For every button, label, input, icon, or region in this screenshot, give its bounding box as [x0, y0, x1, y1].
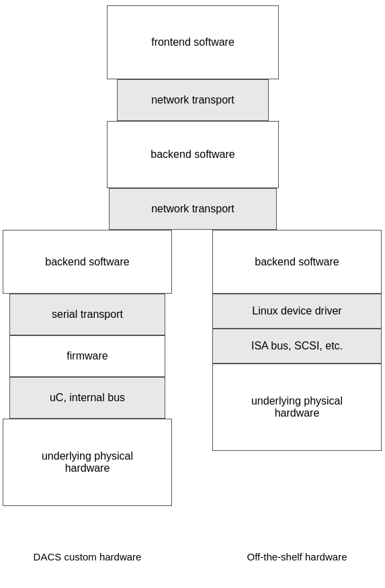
backend-right-box: backend software: [212, 230, 382, 294]
backend-left-label: backend software: [45, 256, 129, 268]
phys-hardware-left-box: underlying physical hardware: [3, 419, 172, 506]
linux-driver-label: Linux device driver: [252, 305, 341, 317]
backend-left-box: backend software: [3, 230, 172, 294]
network-transport-1-box: network transport: [117, 79, 269, 121]
backend-center-label: backend software: [151, 149, 234, 161]
network-transport-2-box: network transport: [109, 188, 277, 230]
network-transport-2-label: network transport: [151, 203, 234, 215]
phys-hardware-right-box: underlying physical hardware: [212, 364, 382, 451]
firmware-label: firmware: [67, 350, 108, 362]
offshelf-label: Off-the-shelf hardware: [212, 551, 382, 562]
phys-hardware-right-label: underlying physical hardware: [251, 395, 343, 419]
uc-internal-label: uC, internal bus: [50, 392, 125, 404]
linux-driver-box: Linux device driver: [212, 294, 382, 329]
architecture-diagram: frontend softwarenetwork transportbacken…: [0, 0, 385, 588]
frontend-box: frontend software: [107, 5, 279, 79]
serial-transport-label: serial transport: [52, 308, 123, 321]
isa-bus-label: ISA bus, SCSI, etc.: [251, 340, 343, 352]
firmware-box: firmware: [9, 335, 165, 377]
phys-hardware-left-label: underlying physical hardware: [42, 450, 133, 474]
isa-bus-box: ISA bus, SCSI, etc.: [212, 329, 382, 364]
backend-right-label: backend software: [255, 256, 339, 268]
backend-center-box: backend software: [107, 121, 279, 188]
network-transport-1-label: network transport: [151, 94, 234, 106]
serial-transport-box: serial transport: [9, 294, 165, 335]
dacs-label: DACS custom hardware: [3, 551, 172, 562]
uc-internal-box: uC, internal bus: [9, 377, 165, 419]
frontend-label: frontend software: [151, 36, 234, 48]
